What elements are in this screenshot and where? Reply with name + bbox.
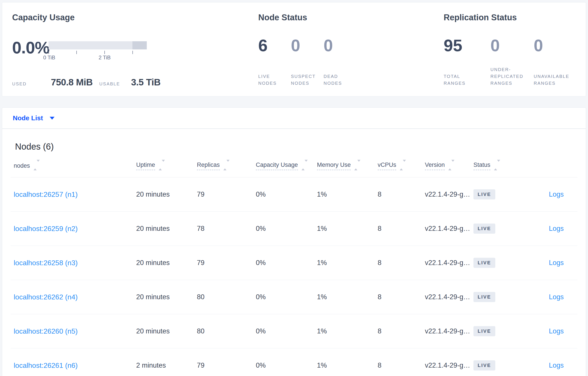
- capacity-cell: 0%: [256, 246, 317, 280]
- live-nodes-label: LIVE NODES: [258, 73, 289, 87]
- memory-cell: 1%: [317, 280, 378, 314]
- suspect-nodes-value: 0: [291, 36, 324, 55]
- capacity-cell: 0%: [256, 212, 317, 246]
- replicas-cell: 78: [197, 212, 256, 246]
- status-badge: LIVE: [473, 189, 495, 199]
- node-address-link[interactable]: localhost:26257 (n1): [14, 190, 78, 198]
- capacity-gauge-track: [49, 41, 132, 49]
- vcpus-cell: 8: [378, 348, 425, 376]
- replication-status-title: Replication Status: [444, 12, 587, 22]
- logs-link[interactable]: Logs: [549, 259, 564, 267]
- column-header-vcpus[interactable]: vCPUs: [378, 156, 425, 178]
- capacity-cell: 0%: [256, 280, 317, 314]
- node-address-link[interactable]: localhost:26261 (n6): [14, 361, 78, 369]
- capacity-gauge-end-segment: [132, 41, 147, 49]
- capacity-gauge: 0 TiB 2 TiB: [49, 41, 147, 59]
- nodes-table-title: Nodes (6): [15, 141, 578, 152]
- memory-cell: 1%: [317, 348, 378, 376]
- table-row: localhost:26261 (n6) 2 minutes 79 0% 1% …: [10, 348, 578, 376]
- used-value: 750.8 MiB: [51, 77, 93, 88]
- nodes-table: nodes Uptime Replicas: [10, 156, 578, 376]
- logs-link[interactable]: Logs: [549, 190, 564, 198]
- node-list-dropdown[interactable]: Node List: [13, 114, 54, 122]
- replicas-cell: 79: [197, 246, 256, 280]
- nodes-table-section: Nodes (6) nodes Uptime: [10, 129, 578, 376]
- version-cell: v22.1.4-29-g…: [425, 246, 473, 280]
- logs-link[interactable]: Logs: [549, 293, 564, 301]
- replication-status-section: Replication Status 95 TOTAL RANGES 0 UND…: [444, 12, 587, 96]
- suspect-nodes-stat: 0 SUSPECT NODES: [291, 36, 324, 87]
- version-cell: v22.1.4-29-g…: [425, 314, 473, 348]
- dead-nodes-value: 0: [324, 36, 356, 55]
- sort-icon: [354, 162, 360, 168]
- column-header-status[interactable]: Status: [473, 156, 522, 178]
- used-label: USED: [12, 81, 27, 86]
- version-cell: v22.1.4-29-g…: [425, 348, 473, 376]
- dead-nodes-stat: 0 DEAD NODES: [324, 36, 356, 87]
- replicas-cell: 79: [197, 178, 256, 212]
- column-header-logs: [522, 156, 578, 178]
- vcpus-cell: 8: [378, 246, 425, 280]
- capacity-usage-title: Capacity Usage: [12, 12, 258, 22]
- capacity-cell: 0%: [256, 314, 317, 348]
- node-list-header: Node List: [2, 108, 586, 129]
- column-header-capacity-usage[interactable]: Capacity Usage: [256, 156, 317, 178]
- uptime-cell: 20 minutes: [136, 212, 197, 246]
- replicas-cell: 80: [197, 280, 256, 314]
- node-address-link[interactable]: localhost:26258 (n3): [14, 259, 78, 267]
- under-replicated-ranges-label: UNDER-REPLICATED RANGES: [490, 66, 534, 87]
- status-badge: LIVE: [473, 292, 495, 302]
- usable-value: 3.5 TiB: [131, 77, 160, 88]
- capacity-gauge-ticks: [49, 49, 147, 54]
- sort-icon: [159, 162, 165, 168]
- column-header-memory-use[interactable]: Memory Use: [317, 156, 378, 178]
- status-badge: LIVE: [473, 224, 495, 234]
- live-nodes-stat: 6 LIVE NODES: [258, 36, 291, 87]
- node-status-section: Node Status 6 LIVE NODES 0 SUSPECT NODES…: [258, 12, 444, 96]
- unavailable-ranges-stat: 0 UNAVAILABLE RANGES: [534, 36, 587, 87]
- vcpus-cell: 8: [378, 212, 425, 246]
- replicas-cell: 80: [197, 314, 256, 348]
- vcpus-cell: 8: [378, 314, 425, 348]
- column-header-version[interactable]: Version: [425, 156, 473, 178]
- total-ranges-label: TOTAL RANGES: [444, 73, 477, 87]
- capacity-usage-section: Capacity Usage 0.0% 0 TiB 2 TiB: [12, 12, 258, 96]
- table-row: localhost:26260 (n5) 20 minutes 80 0% 1%…: [10, 314, 578, 348]
- chevron-down-icon: [50, 117, 54, 120]
- unavailable-ranges-value: 0: [534, 36, 587, 55]
- status-badge: LIVE: [473, 360, 495, 370]
- node-status-title: Node Status: [258, 12, 444, 22]
- vcpus-cell: 8: [378, 280, 425, 314]
- table-row: localhost:26259 (n2) 20 minutes 78 0% 1%…: [10, 212, 578, 246]
- under-replicated-ranges-stat: 0 UNDER-REPLICATED RANGES: [490, 36, 534, 87]
- tick-label-2tib: 2 TiB: [99, 54, 111, 61]
- column-header-replicas[interactable]: Replicas: [197, 156, 256, 178]
- sort-icon: [223, 162, 230, 168]
- memory-cell: 1%: [317, 246, 378, 280]
- node-list-card: Node List Nodes (6) nodes: [2, 107, 586, 376]
- tick-label-0tib: 0 TiB: [43, 54, 55, 61]
- status-badge: LIVE: [473, 326, 495, 336]
- sort-icon: [302, 162, 308, 168]
- table-row: localhost:26262 (n4) 20 minutes 80 0% 1%…: [10, 280, 578, 314]
- under-replicated-ranges-value: 0: [490, 36, 534, 55]
- logs-link[interactable]: Logs: [549, 361, 564, 369]
- logs-link[interactable]: Logs: [549, 327, 564, 335]
- status-badge: LIVE: [473, 258, 495, 268]
- vcpus-cell: 8: [378, 178, 425, 212]
- node-address-link[interactable]: localhost:26260 (n5): [14, 327, 78, 335]
- capacity-cell: 0%: [256, 178, 317, 212]
- version-cell: v22.1.4-29-g…: [425, 212, 473, 246]
- capacity-cell: 0%: [256, 348, 317, 376]
- logs-link[interactable]: Logs: [549, 225, 564, 232]
- version-cell: v22.1.4-29-g…: [425, 178, 473, 212]
- column-header-uptime[interactable]: Uptime: [136, 156, 197, 178]
- uptime-cell: 2 minutes: [136, 348, 197, 376]
- usable-label: USABLE: [99, 81, 120, 86]
- node-address-link[interactable]: localhost:26262 (n4): [14, 293, 78, 301]
- node-address-link[interactable]: localhost:26259 (n2): [14, 225, 78, 233]
- column-header-nodes[interactable]: nodes: [10, 156, 136, 178]
- sort-icon: [400, 162, 406, 168]
- total-ranges-value: 95: [444, 36, 490, 55]
- table-header-row: nodes Uptime Replicas: [10, 156, 578, 178]
